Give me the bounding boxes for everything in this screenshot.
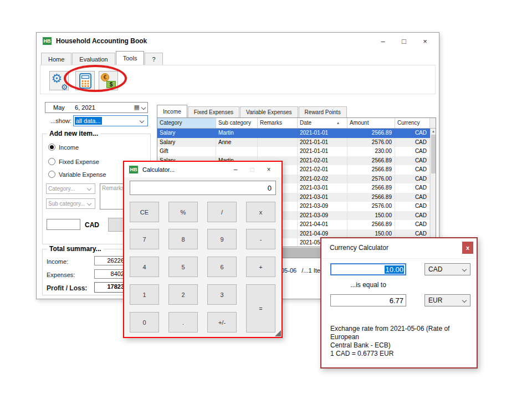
- tab-home[interactable]: Home: [41, 53, 71, 65]
- date-picker[interactable]: May 6, 2021 ▦: [45, 102, 148, 113]
- calc-button-8[interactable]: 8: [168, 229, 198, 249]
- radio-income[interactable]: Income: [48, 144, 79, 151]
- calc-button-7[interactable]: 7: [130, 229, 159, 249]
- table-cell: 2021-01-01: [298, 129, 347, 138]
- calculator-window: HB Calculator... – □ × 0 CE%/x789-456+12…: [123, 161, 283, 338]
- table-cell: 2021-03-09: [298, 202, 347, 211]
- radio-fixed-expense[interactable]: Fixed Expense: [48, 158, 99, 165]
- column-header-amount[interactable]: Amount: [347, 118, 395, 128]
- table-cell: 2566.89: [347, 193, 395, 202]
- calc-button-x[interactable]: x: [246, 202, 275, 222]
- table-cell: CAD: [395, 156, 430, 166]
- table-cell: Anne: [216, 138, 258, 147]
- maximize-button[interactable]: □: [393, 33, 415, 49]
- title-separator: [321, 258, 477, 259]
- window-title: Household Accounting Book: [56, 37, 147, 45]
- radio-variable-expense[interactable]: Variable Expense: [48, 171, 106, 178]
- calc-button-%[interactable]: %: [168, 202, 198, 222]
- vertical-scrollbar[interactable]: ▲ ▼: [430, 129, 436, 247]
- tab-fixed-expenses[interactable]: Fixed Expenses: [188, 106, 239, 117]
- to-currency-dropdown[interactable]: EUR: [424, 294, 470, 306]
- table-cell: [258, 138, 298, 147]
- show-dropdown-value: all data...: [75, 117, 102, 125]
- tab-reward-points[interactable]: Reward Points: [299, 106, 347, 117]
- calc-button-2[interactable]: 2: [168, 284, 198, 305]
- scroll-up-icon[interactable]: ▲: [431, 129, 436, 134]
- calc-button-9[interactable]: 9: [207, 229, 237, 249]
- table-cell: CAD: [395, 220, 430, 229]
- calc-button-0[interactable]: 0: [130, 312, 159, 332]
- tab-evaluation[interactable]: Evaluation: [72, 53, 115, 65]
- table-cell: CAD: [395, 129, 430, 138]
- column-header-category[interactable]: Category: [157, 118, 216, 128]
- calc-button-=[interactable]: =: [246, 284, 275, 332]
- table-cell: CAD: [395, 175, 430, 184]
- scrollbar-thumb[interactable]: [431, 135, 436, 173]
- settings-button[interactable]: ⚙ ⚙: [49, 71, 69, 90]
- calc-button-+/-[interactable]: +/-: [207, 312, 237, 332]
- calc-button-CE[interactable]: CE: [130, 202, 159, 222]
- chevron-down-icon: [140, 119, 144, 123]
- calc-button-3[interactable]: 3: [207, 284, 237, 305]
- table-cell: 2021-03-01: [298, 183, 347, 193]
- close-button[interactable]: ×: [415, 33, 436, 49]
- calculator-button[interactable]: [75, 71, 95, 90]
- table-cell: 2021-01-01: [298, 147, 347, 156]
- minimize-button[interactable]: –: [372, 33, 393, 49]
- tools-toolbar: ⚙ ⚙ $ €: [40, 65, 436, 94]
- table-row[interactable]: SalaryMartin2021-01-012566.89CAD: [157, 129, 436, 138]
- column-header-date[interactable]: Date ▴: [298, 118, 347, 128]
- calendar-dropdown-icon[interactable]: ▦: [134, 104, 145, 111]
- tab-variable-expenses[interactable]: Variable Expenses: [240, 106, 298, 117]
- table-cell: 2566.89: [347, 183, 395, 193]
- calculator-display[interactable]: 0: [130, 181, 276, 195]
- tab-income[interactable]: Income: [157, 105, 187, 117]
- calc-button-.[interactable]: .: [168, 312, 198, 332]
- calc-button-5[interactable]: 5: [168, 257, 198, 277]
- add-group-title: Add new item...: [47, 130, 100, 137]
- exchange-rate-info: Exchange rate from 2021-05-06 (Rate of E…: [330, 325, 477, 358]
- calc-button-4[interactable]: 4: [130, 257, 159, 277]
- amount-input[interactable]: [47, 219, 80, 230]
- calc-button-6[interactable]: 6: [207, 257, 237, 277]
- calc-button-1[interactable]: 1: [130, 284, 159, 305]
- subcategory-dropdown[interactable]: Sub category...: [46, 198, 95, 209]
- table-row[interactable]: SalaryAnne2021-01-012576.00CAD: [157, 138, 436, 147]
- radio-dot-icon: [48, 158, 55, 165]
- category-dropdown[interactable]: Category...: [46, 183, 95, 194]
- currency-calculator-button[interactable]: $ €: [99, 71, 118, 90]
- profit-loss-value: 17823: [94, 282, 126, 293]
- tab-tools[interactable]: Tools: [116, 51, 145, 65]
- calculator-title: Calculator...: [142, 166, 175, 173]
- calculator-icon: [79, 73, 91, 89]
- currency-label: CAD: [85, 221, 99, 229]
- title-bar: HB Household Accounting Book – □ ×: [37, 33, 439, 49]
- table-cell: 2576.00: [347, 138, 395, 147]
- minimize-button[interactable]: –: [227, 162, 244, 177]
- table-header: Category Sub category Remarks Date ▴ Amo…: [157, 118, 436, 129]
- show-dropdown[interactable]: all data...: [73, 115, 148, 126]
- tab-help[interactable]: ?: [145, 53, 162, 65]
- header-filler: [430, 118, 436, 128]
- table-cell: CAD: [395, 202, 430, 211]
- show-label: ...show:: [37, 117, 71, 124]
- rate-line: Central Bank - ECB): [330, 341, 477, 350]
- table-row[interactable]: Gift2021-01-01230.00CAD: [157, 147, 436, 156]
- from-currency-dropdown[interactable]: CAD: [424, 263, 470, 275]
- column-header-currency[interactable]: Currency: [395, 118, 430, 128]
- calc-button--[interactable]: -: [246, 229, 275, 249]
- close-button[interactable]: x: [462, 242, 473, 254]
- calc-button-/[interactable]: /: [207, 202, 237, 222]
- table-cell: 2021-02-01: [298, 156, 347, 166]
- equals-label: ...is equal to: [330, 281, 406, 289]
- table-cell: 2021-02-02: [298, 175, 347, 184]
- close-button[interactable]: ×: [260, 162, 277, 177]
- table-cell: CAD: [395, 165, 430, 175]
- column-header-subcategory[interactable]: Sub category: [216, 118, 258, 128]
- expenses-label: Expenses:: [47, 272, 75, 278]
- table-cell: 2021-03-09: [298, 211, 347, 221]
- column-header-remarks[interactable]: Remarks: [258, 118, 298, 128]
- amount-input[interactable]: 10.00: [330, 263, 406, 275]
- resize-grip[interactable]: [275, 330, 281, 336]
- calc-button-+[interactable]: +: [246, 257, 275, 277]
